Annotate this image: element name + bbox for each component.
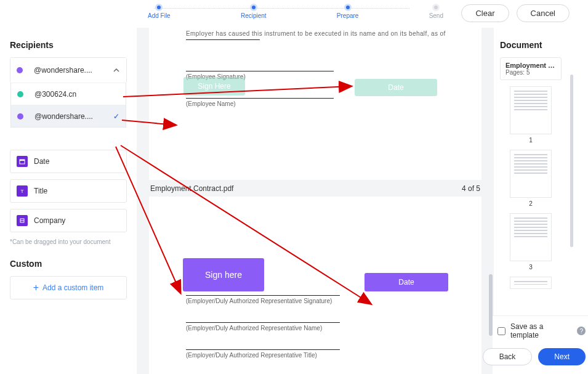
tag-label: Sign here — [205, 270, 242, 280]
tag-label: Date — [388, 83, 403, 92]
step-label: Add File — [148, 12, 171, 19]
recipient-dropdown: @300624.cn @wondershare.... ✓ — [10, 83, 126, 128]
chevron-up-icon — [113, 67, 120, 74]
document-page-4[interactable]: Sign here Date (Employer/Duly Authorized… — [149, 197, 481, 374]
page-thumbnail[interactable] — [510, 213, 552, 261]
step-label: Recipient — [241, 12, 267, 19]
page-thumbnails: 1 2 3 — [500, 86, 562, 289]
recipient-option-label: @300624.cn — [34, 90, 76, 99]
title-icon: T — [17, 185, 28, 197]
step-prepare[interactable]: Prepare — [337, 4, 359, 19]
step-recipient[interactable]: Recipient — [241, 4, 267, 19]
svg-text:T: T — [21, 189, 24, 194]
stepper-line — [154, 8, 409, 9]
page-indicator: 4 of 5 — [462, 184, 480, 193]
scrollbar-thumb[interactable] — [570, 75, 573, 247]
recipients-heading: Recipients — [10, 40, 127, 50]
document-filename: Employment Contract.pdf — [150, 184, 233, 193]
date-tag[interactable]: Date — [355, 79, 437, 96]
step-dot-icon — [344, 4, 352, 11]
cancel-button[interactable]: Cancel — [517, 4, 570, 22]
date-tag[interactable]: Date — [364, 273, 448, 291]
right-panel: Document Employment Cont... Pages: 5 1 2… — [494, 28, 588, 374]
page-thumbnail[interactable] — [510, 150, 552, 198]
field-chip-title[interactable]: T Title — [10, 179, 127, 203]
color-dot-icon — [17, 113, 23, 120]
company-icon — [17, 215, 28, 226]
clear-button[interactable]: Clear — [461, 4, 509, 22]
document-page-3[interactable]: Employer has caused this instrument to b… — [149, 28, 481, 180]
color-dot-icon — [17, 67, 23, 73]
document-info[interactable]: Employment Cont... Pages: 5 — [500, 57, 562, 80]
tag-label: Date — [398, 278, 414, 287]
recipient-option[interactable]: @300624.cn — [11, 83, 126, 105]
add-custom-button[interactable]: + Add a custom item — [10, 276, 127, 299]
chip-label: Company — [34, 216, 65, 225]
step-label: Send — [429, 12, 443, 19]
drag-helper-text: *Can be dragged into your document — [10, 238, 127, 245]
page-thumbnail[interactable] — [510, 277, 552, 289]
add-custom-label: Add a custom item — [42, 283, 103, 292]
custom-heading: Custom — [10, 259, 127, 269]
document-canvas[interactable]: Employer has caused this instrument to b… — [137, 28, 494, 374]
document-pages: Pages: 5 — [505, 69, 556, 76]
thumb-page-number: 3 — [500, 264, 562, 270]
right-footer: Save as a template ? Back Next — [493, 315, 588, 374]
step-label: Prepare — [337, 12, 359, 19]
thumb-page-number: 2 — [500, 200, 562, 207]
left-panel: Recipients @wondershare.... @300624.cn @… — [0, 28, 135, 299]
doc-text: Employer has caused this instrument to b… — [186, 30, 457, 37]
recipient-option-label: @wondershare.... — [34, 112, 93, 121]
recipient-option[interactable]: @wondershare.... ✓ — [11, 105, 126, 127]
employer-name-label: (Employer/Duly Authorized Representative… — [186, 325, 322, 331]
thumb-page-number: 1 — [500, 137, 562, 144]
field-chip-date[interactable]: Date — [10, 150, 127, 173]
date-icon — [17, 156, 28, 167]
step-add-file[interactable]: Add File — [148, 4, 171, 19]
step-dot-icon — [432, 4, 440, 11]
svg-rect-1 — [20, 160, 25, 161]
step-send[interactable]: Send — [429, 4, 443, 19]
color-dot-icon — [17, 91, 23, 97]
save-template-checkbox[interactable] — [497, 327, 505, 335]
name-label: (Employee Name) — [186, 100, 236, 107]
recipient-label: @wondershare.... — [34, 66, 92, 75]
recipient-selected[interactable]: @wondershare.... — [10, 58, 126, 83]
chip-label: Date — [34, 157, 49, 166]
document-name: Employment Cont... — [505, 62, 556, 69]
document-heading: Document — [500, 40, 583, 50]
sign-here-tag[interactable]: Sign here — [183, 258, 264, 291]
step-dot-icon — [250, 4, 257, 11]
step-dot-icon — [155, 4, 163, 11]
employer-title-label: (Employer/Duly Authorized Representative… — [186, 352, 317, 359]
back-button[interactable]: Back — [483, 348, 533, 365]
field-chip-company[interactable]: Company — [10, 209, 127, 232]
plus-icon: + — [33, 282, 39, 293]
chip-label: Title — [34, 187, 47, 195]
next-button[interactable]: Next — [538, 348, 586, 365]
save-template-label: Save as a template — [510, 322, 572, 339]
sign-here-tag[interactable]: Sign Here — [183, 77, 245, 96]
check-icon: ✓ — [113, 112, 119, 121]
recipient-selector[interactable]: @wondershare.... @300624.cn @wondershare… — [10, 57, 127, 83]
employer-signature-label: (Employer/Duly Authorized Representative… — [186, 298, 332, 304]
tag-label: Sign Here — [198, 82, 230, 91]
help-icon[interactable]: ? — [577, 327, 586, 335]
progress-stepper: Add File Recipient Prepare Send Clear Ca… — [0, 0, 588, 28]
page-thumbnail[interactable] — [510, 86, 552, 134]
